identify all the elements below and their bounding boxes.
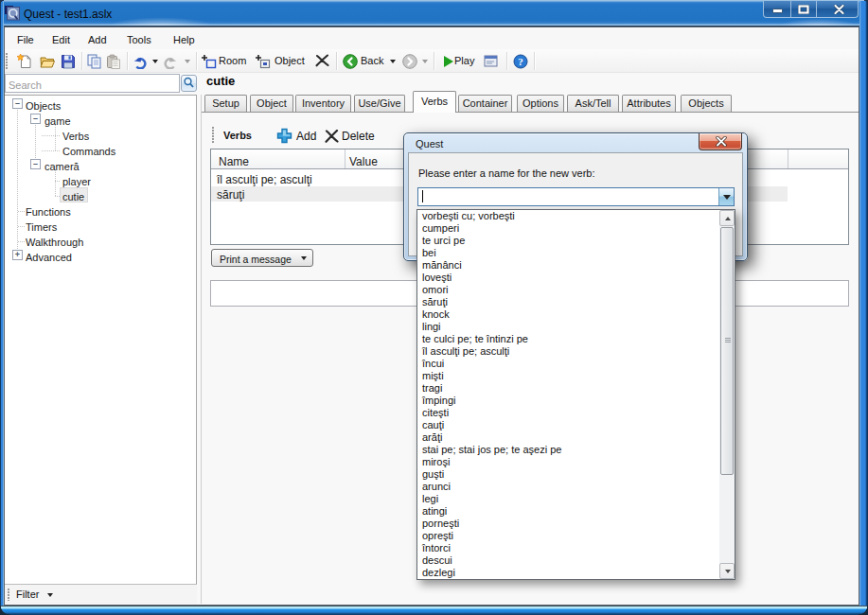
svg-text:?: ? <box>518 56 523 67</box>
